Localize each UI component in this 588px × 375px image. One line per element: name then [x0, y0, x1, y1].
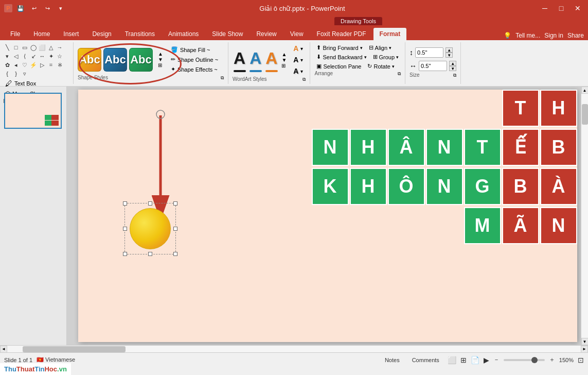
align-btn[interactable]: ⊟ Align ▾: [367, 43, 394, 52]
shape-fill-btn[interactable]: 🪣 Shape Fill ~: [168, 45, 221, 54]
slide-thumbnail-1[interactable]: [4, 93, 62, 129]
group-btn[interactable]: ⊞ Group ▾: [371, 53, 401, 61]
tab-animations[interactable]: Animations: [162, 28, 205, 40]
shape-oval[interactable]: ◯: [29, 43, 38, 52]
handle-tr[interactable]: [173, 201, 177, 206]
zoom-level[interactable]: 150%: [559, 357, 574, 363]
shape-dropright[interactable]: ◂: [12, 61, 20, 69]
shape-triangle[interactable]: △: [47, 43, 55, 52]
shape-callout[interactable]: ▷: [38, 61, 46, 69]
share-btn[interactable]: Share: [567, 32, 584, 39]
shape-outline-btn[interactable]: ✏ Shape Outline ~: [168, 55, 221, 64]
shape-eq[interactable]: =: [47, 61, 55, 69]
shape-style-green[interactable]: Abc: [129, 48, 153, 72]
tab-slideshow[interactable]: Slide Show: [206, 28, 249, 40]
customize-qat-btn[interactable]: ▾: [56, 3, 66, 13]
height-down[interactable]: ▼: [446, 53, 453, 58]
shape-style-more[interactable]: ⊞: [158, 62, 163, 68]
handle-br[interactable]: [173, 252, 177, 256]
undo-qat-btn[interactable]: ↩: [29, 3, 39, 13]
shape-bolt[interactable]: ⚡: [29, 61, 38, 69]
scroll-track[interactable]: [581, 94, 588, 338]
shape-star[interactable]: ✦: [47, 52, 55, 60]
shape-expand[interactable]: ▿: [21, 70, 29, 78]
h-scroll-left-btn[interactable]: ◄: [0, 346, 7, 353]
shape-bend[interactable]: ↙: [29, 52, 38, 60]
wordart-letter-black[interactable]: A: [233, 48, 246, 69]
zoom-slider[interactable]: [504, 359, 545, 361]
h-scroll-right-btn[interactable]: ►: [581, 346, 588, 353]
shape-rect2[interactable]: ▭: [21, 43, 29, 52]
height-up[interactable]: ▲: [446, 47, 453, 53]
size-expand[interactable]: ⧉: [453, 73, 456, 78]
tab-home[interactable]: Home: [27, 28, 56, 40]
tab-foxitpdf[interactable]: Foxit Reader PDF: [311, 28, 372, 40]
handle-ml[interactable]: [123, 227, 127, 231]
view-slide-sorter-icon[interactable]: ⊞: [460, 356, 467, 364]
text-fill-btn[interactable]: A ▾: [291, 43, 306, 54]
tell-me-label[interactable]: Tell me...: [515, 32, 540, 39]
rotate-btn[interactable]: ↻ Rotate ▾: [365, 62, 396, 71]
handle-bc[interactable]: [148, 252, 152, 256]
tab-view[interactable]: View: [284, 28, 310, 40]
shape-more[interactable]: ⬜: [38, 43, 46, 52]
minimize-btn[interactable]: ─: [539, 2, 551, 14]
selected-shape-container[interactable]: [130, 208, 171, 249]
slideshow-icon[interactable]: ▶: [484, 356, 489, 364]
shape-effects-btn[interactable]: ✦ Shape Effects ~: [168, 65, 221, 74]
slide-canvas[interactable]: T H N H Â N T Ế B K H Ô N G B À: [78, 90, 577, 342]
shape-flower[interactable]: ✿: [3, 61, 11, 69]
comments-btn[interactable]: Comments: [408, 356, 443, 364]
send-backward-btn[interactable]: ⬇ Send Backward ▾: [314, 53, 368, 61]
zoom-out-icon[interactable]: －: [493, 355, 500, 364]
tab-transitions[interactable]: Transitions: [119, 28, 161, 40]
tab-review[interactable]: Review: [250, 28, 282, 40]
h-scroll-track[interactable]: [7, 346, 581, 352]
width-up[interactable]: ▲: [449, 61, 456, 66]
text-effects-btn[interactable]: A ▾: [291, 66, 306, 76]
shape-arrow[interactable]: →: [56, 43, 64, 52]
maximize-btn[interactable]: □: [555, 2, 567, 14]
shape-style-up[interactable]: ▲: [158, 51, 163, 57]
tab-format[interactable]: Format: [373, 28, 407, 40]
redo-qat-btn[interactable]: ↪: [42, 3, 52, 13]
shape-style-yellow[interactable]: Abc: [78, 48, 101, 72]
wordart-up[interactable]: ▲: [281, 52, 287, 57]
view-reading-icon[interactable]: 📄: [471, 356, 479, 364]
shape-line[interactable]: ╲: [3, 43, 11, 52]
width-down[interactable]: ▼: [449, 66, 456, 71]
wordart-letter-blue[interactable]: A: [248, 48, 262, 69]
handle-bl[interactable]: [123, 252, 127, 256]
text-outline-btn[interactable]: A ▾: [291, 55, 306, 65]
handle-tl[interactable]: [123, 201, 127, 206]
sign-in-btn[interactable]: Sign in: [544, 32, 563, 39]
notes-btn[interactable]: Notes: [381, 356, 404, 364]
textbox-btn[interactable]: 🖊 Text Box: [3, 78, 70, 89]
shape-more2[interactable]: ※: [56, 61, 64, 69]
save-qat-btn[interactable]: 💾: [15, 3, 26, 13]
scroll-up-btn[interactable]: ▲: [581, 87, 589, 94]
handle-mr[interactable]: [173, 227, 177, 231]
wordart-down[interactable]: ▼: [281, 57, 287, 63]
shape-heart[interactable]: ♡: [21, 61, 29, 69]
shape-brace2[interactable]: }: [12, 70, 20, 78]
height-input[interactable]: [415, 47, 443, 58]
zoom-in-icon[interactable]: ＋: [549, 355, 555, 364]
shape-curve[interactable]: ⟨: [21, 52, 29, 60]
scroll-down-btn[interactable]: ▼: [581, 338, 589, 345]
arrange-expand[interactable]: ⧉: [398, 71, 401, 77]
wordart-more[interactable]: ⊞: [281, 63, 287, 69]
shape-rect[interactable]: □: [12, 43, 20, 52]
shape-style-blue[interactable]: Abc: [103, 48, 127, 72]
shape-style-down[interactable]: ▼: [158, 57, 163, 62]
wordart-letter-orange[interactable]: A: [264, 48, 278, 69]
shape-drop[interactable]: ▾: [3, 52, 11, 60]
bring-forward-btn[interactable]: ⬆ Bring Forward ▾: [314, 43, 364, 52]
shape-brace[interactable]: {: [3, 70, 11, 78]
selection-pane-btn[interactable]: ▣ Selection Pane: [314, 62, 363, 71]
zoom-thumb[interactable]: [531, 357, 538, 363]
handle-tc[interactable]: [148, 201, 152, 206]
shape-4arrow[interactable]: ↔: [38, 52, 46, 60]
h-scroll-thumb[interactable]: [23, 346, 126, 352]
shape-star2[interactable]: ☆: [56, 52, 64, 60]
